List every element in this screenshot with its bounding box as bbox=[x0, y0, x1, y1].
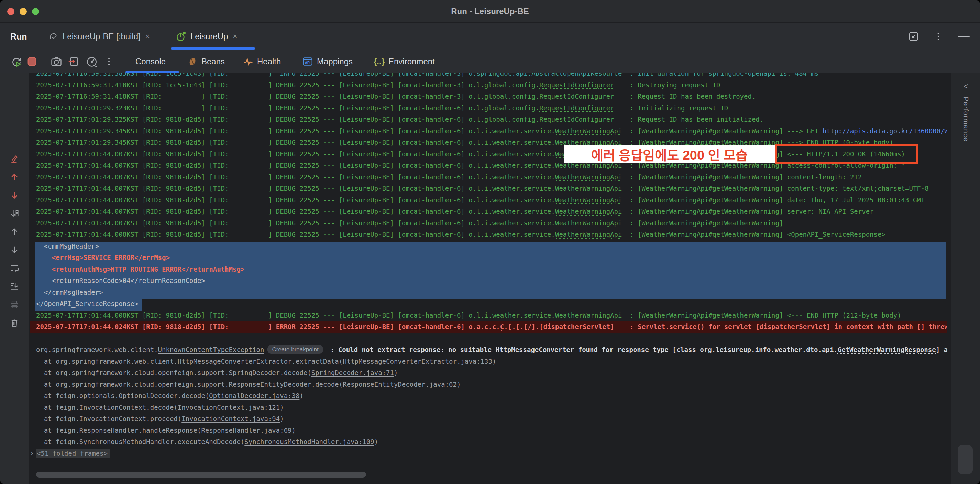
hide-tool-window-button[interactable] bbox=[957, 35, 970, 38]
log-line: 2025-07-17T17:01:44.007KST [RID: 9818-d2… bbox=[30, 206, 947, 218]
gradle-icon bbox=[48, 31, 59, 41]
annotation-text: 에러 응답임에도 200 인 모습 bbox=[564, 145, 775, 163]
pulse-icon bbox=[243, 56, 253, 67]
log-line: <returnAuthMsg>HTTP ROUTING ERROR</retur… bbox=[30, 264, 947, 275]
log-line: at feign.optionals.OptionalDecoder.decod… bbox=[30, 390, 947, 402]
inner-tab-label: Environment bbox=[388, 57, 435, 66]
log-line: at feign.SynchronousMethodHandler.execut… bbox=[30, 436, 947, 448]
log-line: <returnReasonCode>04</returnReasonCode> bbox=[30, 275, 947, 287]
performance-tab[interactable]: Performance bbox=[962, 97, 970, 142]
tab-console[interactable]: Console bbox=[135, 50, 166, 73]
log-line: 2025-07-17T17:01:44.007KST [RID: 9818-d2… bbox=[30, 194, 947, 206]
log-line bbox=[30, 333, 947, 344]
log-line: org.springframework.web.client.UnknownCo… bbox=[30, 344, 947, 356]
hyperlink[interactable]: InvocationContext.java:94 bbox=[181, 415, 280, 422]
toolbar-separator bbox=[44, 57, 44, 67]
hyperlink[interactable]: ResponseEntityDecoder.java:62 bbox=[343, 381, 457, 388]
hyperlink[interactable]: SynchronousMethodHandler.java:109 bbox=[244, 438, 374, 446]
log-line: at feign.InvocationContext.proceed(Invoc… bbox=[30, 413, 947, 425]
log-line: at feign.InvocationContext.decode(Invoca… bbox=[30, 402, 947, 414]
log-line: 2025-07-17T17:01:44.007KST [RID: 9818-d2… bbox=[30, 172, 947, 183]
log-line: 2025-07-17T17:01:29.323KST [RID: ] [TID:… bbox=[30, 102, 947, 114]
pen-marker-icon[interactable] bbox=[10, 154, 19, 164]
create-breakpoint-pill[interactable]: Create breakpoint bbox=[267, 345, 323, 354]
arrow-down-icon[interactable] bbox=[10, 245, 19, 255]
svg-text:API: API bbox=[305, 61, 311, 65]
active-tab-underline bbox=[171, 48, 255, 49]
log-line: at org.springframework.cloud.openfeign.s… bbox=[30, 379, 947, 390]
arrow-down-with-frames-icon[interactable] bbox=[10, 209, 19, 218]
log-line: 2025-07-17T17:01:44.007KST [RID: 9818-d2… bbox=[30, 183, 947, 194]
tab-leisureup-be-build[interactable]: LeisureUp-BE [:build] × bbox=[48, 23, 151, 50]
print-icon[interactable] bbox=[10, 300, 19, 309]
log-line: </OpenAPI_ServiceResponse> bbox=[30, 298, 947, 310]
bean-icon bbox=[187, 56, 198, 67]
tab-label: LeisureUp bbox=[191, 32, 228, 41]
window-title: Run - LeisureUp-BE bbox=[0, 0, 980, 22]
api-icon: API bbox=[302, 56, 313, 67]
log-line-error: 2025-07-17T17:01:44.024KST [RID: 9818-d2… bbox=[30, 321, 947, 333]
console-left-toolbar bbox=[0, 73, 29, 484]
log-line: at feign.ResponseHandler.handleResponse(… bbox=[30, 425, 947, 436]
clear-all-trash-icon[interactable] bbox=[10, 318, 19, 328]
tab-mappings[interactable]: API Mappings bbox=[302, 50, 353, 73]
thread-dump-camera-button[interactable] bbox=[50, 55, 62, 68]
hyperlink[interactable]: UnknownContentTypeException bbox=[158, 346, 264, 353]
hyperlink[interactable]: SpringDecoder.java:71 bbox=[312, 369, 394, 376]
hyperlink[interactable]: http://apis.data.go.kr/1360000/WthrWrnIn… bbox=[822, 127, 947, 135]
log-line: 2025-07-17T17:01:29.325KST [RID: 9818-d2… bbox=[30, 114, 947, 126]
scroll-to-end-icon[interactable] bbox=[10, 282, 19, 291]
hyperlink[interactable]: HttpMessageConverterExtractor.java:133 bbox=[343, 358, 492, 365]
run-tool-window: Run - LeisureUp-BE Run LeisureUp-BE [:bu… bbox=[0, 0, 980, 484]
attach-debugger-button[interactable] bbox=[67, 55, 80, 68]
horizontal-scrollbar-thumb[interactable] bbox=[36, 471, 366, 478]
log-line: at org.springframework.web.client.HttpMe… bbox=[30, 356, 947, 368]
soft-wrap-icon[interactable] bbox=[10, 263, 19, 273]
hyperlink[interactable]: OptionalDecoder.java:38 bbox=[209, 392, 299, 400]
log-line: 2025-07-17T17:01:44.007KST [RID: 9818-d2… bbox=[30, 218, 947, 229]
log-line: 2025-07-17T17:01:44.008KST [RID: 9818-d2… bbox=[30, 229, 947, 240]
console-output[interactable]: 2025-07-17T16:59:31.385KST [RID: 1cc5-1c… bbox=[30, 73, 947, 484]
stop-button[interactable] bbox=[26, 56, 38, 67]
expand-panel-chevron-icon[interactable]: < bbox=[963, 81, 968, 91]
fold-expander-icon[interactable]: ❯ bbox=[30, 448, 33, 460]
arrow-up-icon[interactable] bbox=[10, 227, 19, 237]
inner-tab-label: Health bbox=[257, 57, 281, 66]
run-tab-bar: Run LeisureUp-BE [:build] × LeisureUp × bbox=[0, 23, 980, 50]
dock-tool-window-button[interactable] bbox=[908, 30, 920, 42]
close-tab-icon[interactable]: × bbox=[232, 32, 238, 41]
log-line: 2025-07-17T16:59:31.418KST [RID: ] [TID:… bbox=[30, 91, 947, 102]
tab-beans[interactable]: Beans bbox=[187, 50, 225, 73]
log-line: 2025-07-17T17:01:44.008KST [RID: 9818-d2… bbox=[30, 310, 947, 322]
tab-label: LeisureUp-BE [:build] bbox=[62, 32, 141, 41]
spring-boot-icon bbox=[175, 31, 186, 42]
log-line: ❯<51 folded frames> bbox=[30, 448, 947, 460]
tab-leisureup[interactable]: LeisureUp × bbox=[175, 23, 238, 50]
annotation-highlight-box bbox=[775, 144, 918, 164]
log-line: </cmmMsgHeader> bbox=[30, 287, 947, 298]
arrow-down-red-icon[interactable] bbox=[10, 190, 19, 200]
log-line: <cmmMsgHeader> bbox=[30, 240, 947, 252]
log-line: 2025-07-17T17:01:29.345KST [RID: 9818-d2… bbox=[30, 126, 947, 137]
hyperlink[interactable]: InvocationContext.java:121 bbox=[178, 404, 280, 411]
braces-icon: {..} bbox=[374, 57, 385, 66]
profiler-gauge-button[interactable] bbox=[85, 55, 98, 68]
inner-tab-label: Beans bbox=[201, 57, 225, 66]
close-tab-icon[interactable]: × bbox=[145, 32, 151, 41]
inner-tab-label: Mappings bbox=[317, 57, 353, 66]
console-toolbar: Console Beans Health bbox=[0, 50, 980, 73]
tab-health[interactable]: Health bbox=[243, 50, 281, 73]
log-line: 2025-07-17T16:59:31.418KST [RID: 1cc5-1c… bbox=[30, 80, 947, 91]
console-tab-underline bbox=[126, 71, 179, 73]
title-bar: Run - LeisureUp-BE bbox=[0, 0, 980, 22]
rerun-button[interactable] bbox=[10, 55, 23, 68]
performance-stripe: < Performance bbox=[951, 73, 980, 484]
tab-environment[interactable]: {..} Environment bbox=[374, 50, 435, 73]
more-options-icon[interactable] bbox=[934, 32, 943, 41]
inner-tab-label: Console bbox=[135, 57, 166, 66]
log-line: <errMsg>SERVICE ERROR</errMsg> bbox=[30, 252, 947, 264]
vertical-scrollbar-thumb[interactable] bbox=[958, 445, 973, 474]
hyperlink[interactable]: ResponseHandler.java:69 bbox=[201, 427, 291, 434]
more-toolbar-icon[interactable] bbox=[105, 57, 113, 66]
arrow-up-red-icon[interactable] bbox=[10, 172, 19, 182]
